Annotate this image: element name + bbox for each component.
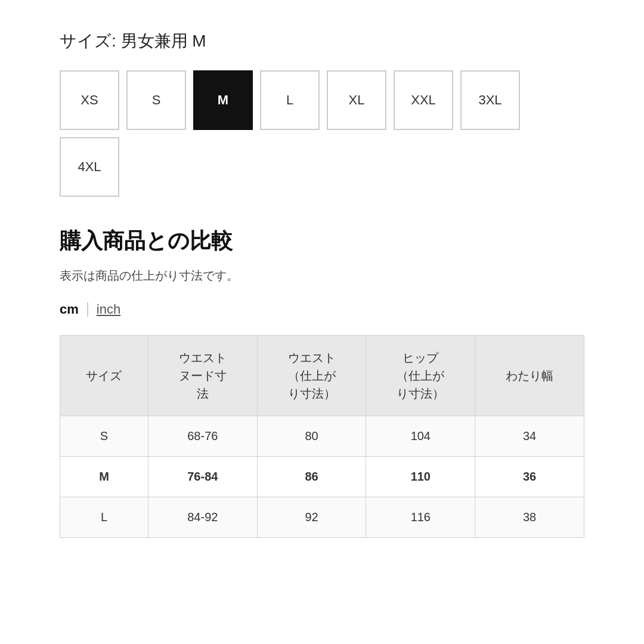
size-button-m[interactable]: M (193, 70, 253, 130)
size-button-l[interactable]: L (260, 70, 320, 130)
size-selector: XSSMLXLXXL3XL4XL (60, 70, 584, 197)
unit-cm-label[interactable]: cm (60, 302, 87, 317)
unit-inch-label[interactable]: inch (97, 302, 120, 317)
section-subtitle: 表示は商品の仕上がり寸法です。 (60, 268, 584, 284)
col-header-waist-nude: ウエストヌード寸法 (148, 336, 257, 416)
size-button-4xl[interactable]: 4XL (60, 137, 119, 197)
table-row: M76-848611036 (60, 457, 584, 497)
size-button-xxl[interactable]: XXL (394, 70, 453, 130)
section-title: 購入商品との比較 (60, 227, 584, 256)
size-button-3xl[interactable]: 3XL (460, 70, 520, 130)
col-header-waist-finish: ウエスト（仕上がり寸法） (257, 336, 366, 416)
table-row: S68-768010434 (60, 416, 584, 457)
size-label: サイズ: 男女兼用 M (60, 30, 584, 52)
unit-divider (87, 302, 88, 317)
unit-toggle: cm inch (60, 302, 584, 317)
size-button-xs[interactable]: XS (60, 70, 119, 130)
col-header-thigh: わたり幅 (475, 336, 584, 416)
table-header-row: サイズ ウエストヌード寸法 ウエスト（仕上がり寸法） ヒップ（仕上がり寸法） わ… (60, 336, 584, 416)
size-button-s[interactable]: S (126, 70, 186, 130)
col-header-hip: ヒップ（仕上がり寸法） (366, 336, 475, 416)
size-button-xl[interactable]: XL (327, 70, 386, 130)
table-row: L84-929211638 (60, 497, 584, 538)
col-header-size: サイズ (60, 336, 148, 416)
size-table: サイズ ウエストヌード寸法 ウエスト（仕上がり寸法） ヒップ（仕上がり寸法） わ… (60, 335, 584, 538)
